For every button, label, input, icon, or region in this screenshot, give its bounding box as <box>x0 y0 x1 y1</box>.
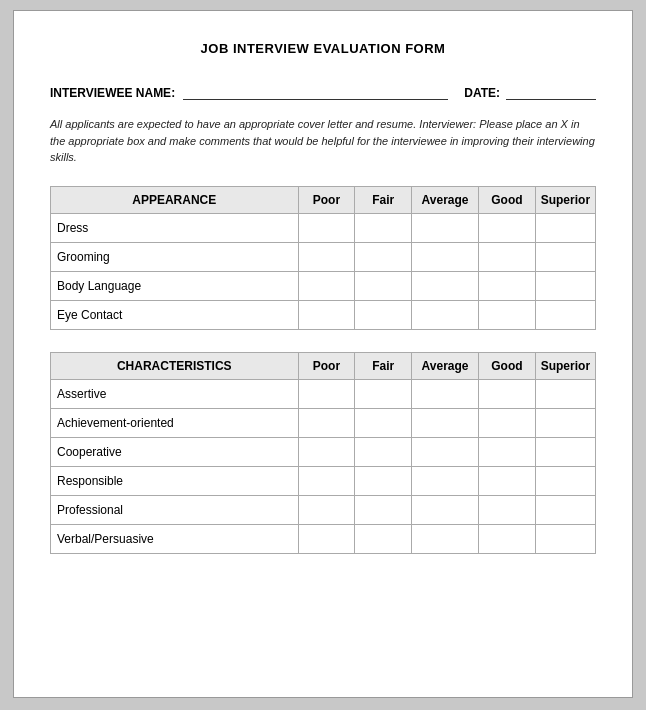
rating-cell[interactable] <box>412 271 479 300</box>
appearance-header: APPEARANCE <box>51 186 299 213</box>
rating-cell[interactable] <box>355 300 412 329</box>
characteristics-table: CHARACTERISTICS Poor Fair Average Good S… <box>50 352 596 554</box>
rating-cell[interactable] <box>298 408 355 437</box>
rating-cell[interactable] <box>535 408 595 437</box>
characteristics-col-fair: Fair <box>355 352 412 379</box>
rating-cell[interactable] <box>412 495 479 524</box>
rating-cell[interactable] <box>479 466 536 495</box>
rating-cell[interactable] <box>535 213 595 242</box>
rating-cell[interactable] <box>298 213 355 242</box>
appearance-col-superior: Superior <box>535 186 595 213</box>
characteristics-header: CHARACTERISTICS <box>51 352 299 379</box>
table-row: Grooming <box>51 242 596 271</box>
row-label: Grooming <box>51 242 299 271</box>
date-label: DATE: <box>464 86 500 100</box>
appearance-col-fair: Fair <box>355 186 412 213</box>
rating-cell[interactable] <box>355 408 412 437</box>
rating-cell[interactable] <box>355 437 412 466</box>
rating-cell[interactable] <box>412 466 479 495</box>
rating-cell[interactable] <box>355 271 412 300</box>
form-title: JOB INTERVIEW EVALUATION FORM <box>50 41 596 56</box>
characteristics-col-average: Average <box>412 352 479 379</box>
rating-cell[interactable] <box>479 213 536 242</box>
rating-cell[interactable] <box>355 379 412 408</box>
rating-cell[interactable] <box>479 379 536 408</box>
rating-cell[interactable] <box>298 495 355 524</box>
form-page: JOB INTERVIEW EVALUATION FORM INTERVIEWE… <box>13 10 633 698</box>
rating-cell[interactable] <box>412 300 479 329</box>
rating-cell[interactable] <box>355 213 412 242</box>
row-label: Eye Contact <box>51 300 299 329</box>
characteristics-col-poor: Poor <box>298 352 355 379</box>
appearance-col-good: Good <box>479 186 536 213</box>
table-row: Responsible <box>51 466 596 495</box>
row-label: Verbal/Persuasive <box>51 524 299 553</box>
row-label: Responsible <box>51 466 299 495</box>
rating-cell[interactable] <box>412 242 479 271</box>
rating-cell[interactable] <box>412 524 479 553</box>
rating-cell[interactable] <box>298 242 355 271</box>
rating-cell[interactable] <box>412 408 479 437</box>
rating-cell[interactable] <box>535 300 595 329</box>
rating-cell[interactable] <box>479 300 536 329</box>
rating-cell[interactable] <box>355 242 412 271</box>
rating-cell[interactable] <box>535 242 595 271</box>
rating-cell[interactable] <box>535 271 595 300</box>
header-row: INTERVIEWEE NAME: DATE: <box>50 84 596 100</box>
characteristics-col-good: Good <box>479 352 536 379</box>
interviewee-label: INTERVIEWEE NAME: <box>50 86 175 100</box>
rating-cell[interactable] <box>298 466 355 495</box>
rating-cell[interactable] <box>479 242 536 271</box>
row-label: Cooperative <box>51 437 299 466</box>
table-row: Assertive <box>51 379 596 408</box>
rating-cell[interactable] <box>535 466 595 495</box>
rating-cell[interactable] <box>479 495 536 524</box>
rating-cell[interactable] <box>535 379 595 408</box>
row-label: Assertive <box>51 379 299 408</box>
table-row: Body Language <box>51 271 596 300</box>
row-label: Professional <box>51 495 299 524</box>
rating-cell[interactable] <box>412 437 479 466</box>
appearance-col-poor: Poor <box>298 186 355 213</box>
instructions-text: All applicants are expected to have an a… <box>50 116 596 166</box>
rating-cell[interactable] <box>535 524 595 553</box>
row-label: Dress <box>51 213 299 242</box>
rating-cell[interactable] <box>535 495 595 524</box>
rating-cell[interactable] <box>298 379 355 408</box>
rating-cell[interactable] <box>535 437 595 466</box>
rating-cell[interactable] <box>355 466 412 495</box>
rating-cell[interactable] <box>412 379 479 408</box>
rating-cell[interactable] <box>479 524 536 553</box>
rating-cell[interactable] <box>298 437 355 466</box>
row-label: Body Language <box>51 271 299 300</box>
rating-cell[interactable] <box>298 524 355 553</box>
name-underline[interactable] <box>183 84 448 100</box>
appearance-table: APPEARANCE Poor Fair Average Good Superi… <box>50 186 596 330</box>
rating-cell[interactable] <box>298 300 355 329</box>
table-row: Verbal/Persuasive <box>51 524 596 553</box>
row-label: Achievement-oriented <box>51 408 299 437</box>
rating-cell[interactable] <box>479 408 536 437</box>
table-row: Professional <box>51 495 596 524</box>
table-row: Dress <box>51 213 596 242</box>
rating-cell[interactable] <box>412 213 479 242</box>
rating-cell[interactable] <box>479 437 536 466</box>
rating-cell[interactable] <box>479 271 536 300</box>
rating-cell[interactable] <box>355 524 412 553</box>
rating-cell[interactable] <box>355 495 412 524</box>
table-row: Eye Contact <box>51 300 596 329</box>
date-underline[interactable] <box>506 84 596 100</box>
appearance-col-average: Average <box>412 186 479 213</box>
table-row: Cooperative <box>51 437 596 466</box>
table-row: Achievement-oriented <box>51 408 596 437</box>
characteristics-col-superior: Superior <box>535 352 595 379</box>
rating-cell[interactable] <box>298 271 355 300</box>
